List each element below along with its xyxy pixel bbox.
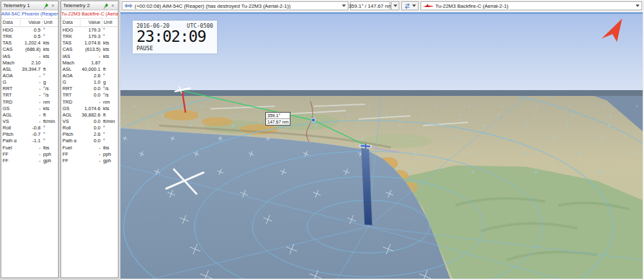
range-dropdown-button[interactable] <box>391 1 399 10</box>
pin-icon[interactable] <box>103 2 109 9</box>
clock-time: 23:02:09 <box>137 29 213 45</box>
telemetry-panel-2: Telemetry 2 × Tu-22M3 Backfire-C (Aerial… <box>61 1 118 278</box>
telemetry-row: Mach2.10 <box>1 60 58 66</box>
telemetry-rows: HDG179.3°TRK179.3°TAS1,074.6ktsCAS(613.5… <box>61 27 118 164</box>
telemetry-row: VS0.0ft/min <box>61 118 118 125</box>
telemetry-row: FF-gph <box>61 158 118 164</box>
label-bearing: 359.1° <box>266 113 290 119</box>
sky-top-strip <box>120 12 643 14</box>
simulation-clock: 2016-06-20 UTC-0500 23:02:09 PAUSE <box>133 21 217 53</box>
telemetry-row: Pitch-0.7° <box>1 131 58 138</box>
close-icon[interactable]: × <box>109 2 116 10</box>
telemetry-row: ASL40,000.1ft <box>61 66 118 73</box>
panel-titlebar: Telemetry 2 × <box>61 1 118 10</box>
measurement-point[interactable] <box>312 118 315 122</box>
telemetry-row: GS1,074.6kts <box>61 106 118 112</box>
panel-title: Telemetry 1 <box>3 3 43 8</box>
telemetry-row: AOA2.6° <box>61 73 118 79</box>
chevron-down-icon <box>342 5 346 7</box>
telemetry-row: TRK179.3° <box>61 33 118 40</box>
telemetry-row: FF-gph <box>1 158 58 164</box>
swap-icon <box>404 3 411 9</box>
telemetry-row: TRD-nm <box>1 99 58 106</box>
pin-icon[interactable] <box>43 2 50 9</box>
telemetry-row: TRD-nm <box>61 99 118 106</box>
telemetry-row: Pitch2.6° <box>61 131 118 138</box>
col-data: Data <box>1 19 20 26</box>
bearing-range-readout: 359.1° / 147.67 nm <box>350 1 390 10</box>
telemetry-rows: HDG0.5°TRK0.5°TAS1,202.4ktsCAS(686.8)kts… <box>1 27 58 164</box>
map-3d-viewport[interactable]: 2016-06-20 UTC-0500 23:02:09 PAUSE 359.1… <box>120 12 643 279</box>
telemetry-row: IAS-kts <box>61 53 118 60</box>
telemetry-row: CAS(613.5)kts <box>61 46 118 53</box>
telemetry-row: TRT0.0°/s <box>61 92 118 98</box>
telemetry-row: TRT-°/s <box>1 92 58 98</box>
aircraft-icon <box>423 3 433 8</box>
swap-objects-button[interactable] <box>401 1 419 10</box>
col-value: Value <box>80 19 102 26</box>
col-unit: Unit <box>42 19 58 26</box>
telemetry-row: G1.0g <box>61 79 118 86</box>
telemetry-row: AGL-ft <box>1 112 58 118</box>
column-headers: Data Value Unit <box>1 19 58 27</box>
telemetry-row: TAS1,074.6kts <box>61 40 118 46</box>
column-headers: Data Value Unit <box>61 19 118 27</box>
telemetry-row: Roll0.0° <box>61 125 118 131</box>
chevron-down-icon <box>412 5 416 7</box>
map-area: (+00:02:08) AIM-54C (Reaper) (has destro… <box>120 0 644 280</box>
bearing-range-map-label: 359.1° 147.67 nm <box>265 112 290 126</box>
telemetry-row: IAS-kts <box>1 53 58 60</box>
telemetry-row: TRK0.5° <box>1 33 58 40</box>
telemetry-row: Roll-0.8° <box>1 125 58 131</box>
object-selector-combobox[interactable]: Tu-22M3 Backfire-C (Aerial-2-1) <box>421 1 642 10</box>
telemetry-row: Path α-1.1° <box>1 138 58 144</box>
telemetry-panel-1: Telemetry 1 × AIM-54C Phoenix (Reaper) D… <box>1 1 59 278</box>
event-selector-combobox[interactable]: (+00:02:08) AIM-54C (Reaper) (has destro… <box>122 1 348 10</box>
telemetry-row: Fuel-lbs <box>1 145 58 151</box>
col-value: Value <box>20 19 42 26</box>
object-name-label: AIM-54C Phoenix (Reaper) <box>1 10 58 19</box>
telemetry-row: HDG0.5° <box>1 27 58 33</box>
telemetry-row: HDG179.3° <box>61 27 118 33</box>
telemetry-row: VS-ft/min <box>1 118 58 125</box>
telemetry-row: FF-pph <box>61 151 118 158</box>
playback-status: PAUSE <box>137 45 213 51</box>
close-icon[interactable]: × <box>50 2 56 10</box>
col-unit: Unit <box>102 19 118 26</box>
double-arrow-icon <box>124 3 133 8</box>
telemetry-row: GS-kts <box>1 106 58 112</box>
telemetry-row: AOA-° <box>1 73 58 79</box>
telemetry-row: Path α0.0° <box>61 138 118 144</box>
panel-titlebar: Telemetry 1 × <box>1 1 58 10</box>
panel-title: Telemetry 2 <box>63 3 103 8</box>
chevron-down-icon <box>636 5 639 7</box>
label-range: 147.67 nm <box>266 119 290 125</box>
object-selector-value: Tu-22M3 Backfire-C (Aerial-2-1) <box>435 3 634 9</box>
telemetry-row: FF-pph <box>1 151 58 158</box>
object-name-label: Tu-22M3 Backfire-C (Aerial-2-1) <box>61 10 118 19</box>
col-data: Data <box>61 19 80 26</box>
tacview-window: Telemetry 1 × AIM-54C Phoenix (Reaper) D… <box>0 0 644 280</box>
telemetry-row: Fuel-lbs <box>61 145 118 151</box>
telemetry-row: G-g <box>1 79 58 86</box>
telemetry-row: ASL39,394.7ft <box>1 66 58 73</box>
telemetry-row: TAS1,202.4kts <box>1 40 58 46</box>
telemetry-row: Mach1.87 <box>61 60 118 66</box>
telemetry-row: RRT0.0°/s <box>61 86 118 92</box>
event-selector-value: (+00:02:08) AIM-54C (Reaper) (has destro… <box>135 3 340 9</box>
telemetry-row: AGL36,882.6ft <box>61 112 118 118</box>
chevron-down-icon <box>393 5 397 7</box>
telemetry-row: CAS(686.8)kts <box>1 46 58 53</box>
telemetry-row: RRT-°/s <box>1 86 58 92</box>
map-toolbar: (+00:02:08) AIM-54C (Reaper) (has destro… <box>120 0 644 12</box>
